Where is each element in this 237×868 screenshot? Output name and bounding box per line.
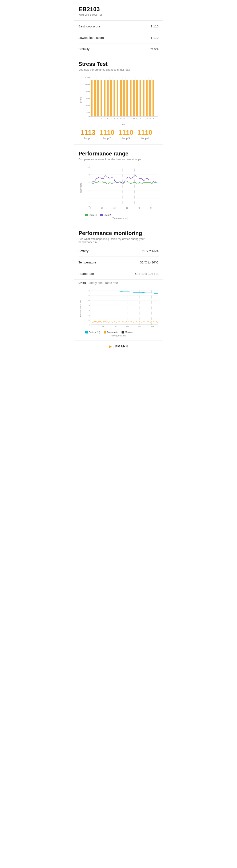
loop-score-2: 1110 Loop 2 [98, 129, 116, 140]
legend-label-battery: Battery (%) [89, 331, 100, 334]
legend-item-markers: Markers [122, 331, 133, 334]
loop-score-value-1: 1113 [78, 129, 98, 136]
stat-value-temperature: 32°C to 36°C [140, 260, 159, 264]
perf-x-axis-label: Time (seconds) [74, 217, 163, 220]
svg-text:11: 11 [123, 118, 125, 119]
stat-label-battery: Battery [78, 249, 89, 253]
svg-rect-52 [143, 80, 144, 117]
legend-dot-battery [85, 331, 88, 334]
stat-label-stability: Stability [78, 47, 90, 51]
performance-range-chart-container: Frame rate 10 8 6 [74, 163, 163, 212]
loop-scores-row: 1113 Loop 1 1110 Loop 2 1110 Loop 3 1110… [74, 125, 163, 144]
svg-text:3: 3 [98, 118, 98, 119]
legend-dot-loop18 [85, 214, 88, 216]
svg-text:6: 6 [107, 118, 108, 119]
legend-item-loop18: Loop 18 [85, 214, 97, 216]
stat-row-framerate: Frame rate 5 FPS to 10 FPS [78, 268, 159, 279]
svg-rect-40 [104, 80, 105, 117]
svg-text:7: 7 [111, 118, 111, 119]
stat-row-temperature: Temperature 32°C to 36°C [78, 257, 159, 268]
stat-value-battery: 71% to 66% [142, 249, 159, 253]
svg-text:15: 15 [136, 118, 138, 119]
svg-rect-51 [139, 80, 141, 117]
svg-rect-37 [94, 80, 96, 117]
svg-rect-46 [123, 80, 125, 117]
stat-value-framerate: 5 FPS to 10 FPS [135, 272, 159, 276]
loop-score-label-1: Loop 1 [78, 137, 98, 140]
svg-rect-50 [136, 80, 138, 117]
svg-rect-38 [97, 80, 99, 117]
legend-item-loop2: Loop 2 [100, 214, 111, 216]
performance-monitoring-desc: See what was happening inside my device … [78, 237, 159, 244]
performance-monitoring-section: Performance monitoring See what was happ… [74, 224, 163, 337]
svg-text:400: 400 [113, 326, 116, 328]
svg-rect-47 [126, 80, 128, 117]
svg-text:0: 0 [91, 326, 92, 328]
svg-rect-41 [107, 80, 108, 117]
loop-score-label-3: Loop 3 [116, 137, 135, 140]
stats-section: Best loop score 1 115 Lowest loop score … [74, 21, 163, 55]
svg-text:18: 18 [146, 118, 147, 119]
stat-label-lowest: Lowest loop score [78, 36, 104, 39]
legend-label-loop2: Loop 2 [104, 214, 111, 216]
performance-range-chart: 10 8 6 4 2 0 0 10 20 30 40 50 [82, 165, 159, 211]
legend-label-framerate: Frame rate [107, 331, 118, 334]
footer: ▶ 3DMARK [74, 340, 163, 352]
legend-dot-markers [122, 331, 124, 334]
performance-range-header: Performance range Compare frame rates fr… [74, 144, 163, 163]
svg-rect-48 [130, 80, 131, 117]
performance-range-desc: Compare frame rates from the best and wo… [78, 158, 159, 161]
battery-chart-container: Wild Life Stress Test [74, 284, 163, 330]
stat-row-battery: Battery 71% to 66% [78, 245, 159, 257]
stress-test-desc: See how performance changes under load [78, 68, 159, 71]
loop-score-label-2: Loop 2 [98, 137, 116, 140]
legend-dot-loop2 [100, 214, 103, 216]
header-section: EB2103 Wild Life Stress Test [74, 0, 163, 21]
loop-score-1: 1113 Loop 1 [78, 129, 98, 140]
svg-text:0: 0 [89, 205, 90, 207]
svg-text:800: 800 [87, 90, 90, 92]
svg-text:40: 40 [88, 305, 90, 307]
battery-chart: 70 60 50 40 30 20 10 0 0 200 400 600 800… [83, 287, 159, 329]
performance-range-legend: Loop 18 Loop 2 [74, 212, 163, 217]
svg-text:10: 10 [101, 207, 103, 209]
svg-text:12: 12 [126, 118, 128, 119]
svg-text:8: 8 [114, 118, 114, 119]
stress-test-chart-container: Score 1,200 1,000 800 600 400 200 0 [74, 73, 163, 125]
svg-rect-42 [110, 80, 112, 117]
svg-rect-43 [113, 80, 115, 117]
svg-rect-49 [133, 80, 135, 117]
svg-text:4: 4 [89, 189, 90, 191]
battery-y-axis-label: Wild Life Stress Test [78, 287, 83, 330]
svg-text:6: 6 [89, 182, 90, 184]
stress-test-header: Stress Test See how performance changes … [74, 55, 163, 73]
svg-text:60: 60 [88, 295, 90, 297]
svg-text:20: 20 [88, 314, 90, 316]
svg-text:16: 16 [139, 118, 141, 119]
svg-text:20: 20 [113, 207, 115, 209]
stat-row-lowest: Lowest loop score 1 110 [78, 32, 159, 43]
device-title: EB2103 [78, 6, 159, 13]
performance-monitoring-header: Performance monitoring See what was happ… [74, 224, 163, 245]
svg-text:13: 13 [130, 118, 131, 119]
svg-text:9: 9 [117, 118, 118, 119]
loop-score-value-2: 1110 [98, 129, 116, 136]
svg-text:10: 10 [88, 166, 90, 168]
svg-text:70: 70 [88, 290, 90, 292]
svg-rect-55 [152, 80, 154, 117]
svg-text:30: 30 [88, 309, 90, 311]
svg-text:10: 10 [120, 118, 122, 119]
performance-monitoring-title: Performance monitoring [78, 230, 159, 237]
svg-text:40: 40 [138, 207, 140, 209]
svg-text:1: 1 [91, 118, 92, 119]
svg-text:1,000: 1,000 [85, 83, 90, 86]
svg-text:2: 2 [94, 118, 95, 119]
battery-legend: Battery (%) Frame rate Markers [74, 330, 163, 334]
svg-text:30: 30 [126, 207, 128, 209]
svg-text:200: 200 [101, 326, 104, 328]
svg-text:0: 0 [89, 116, 90, 118]
legend-item-battery: Battery (%) [85, 331, 100, 334]
loop-score-value-4: 1110 [135, 129, 155, 136]
svg-text:20: 20 [152, 118, 154, 119]
svg-text:50: 50 [88, 300, 90, 302]
